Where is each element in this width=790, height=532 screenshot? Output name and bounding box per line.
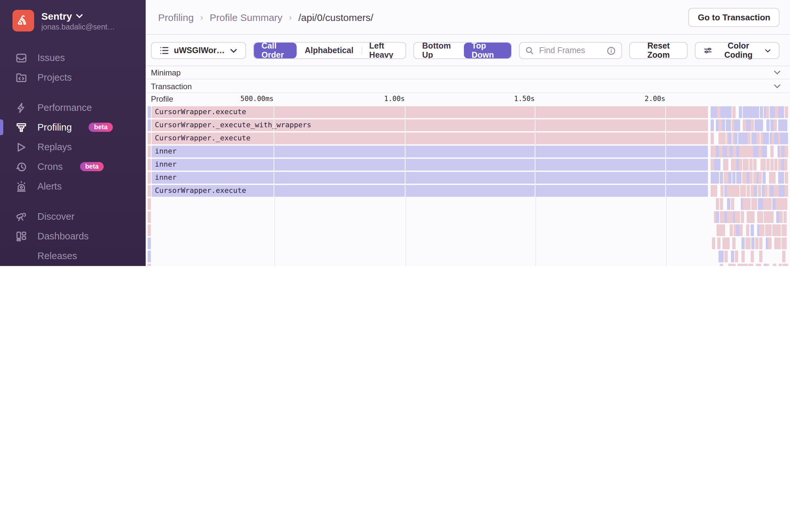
flame-frame-small[interactable] bbox=[718, 119, 722, 131]
sidebar-item-projects[interactable]: Projects bbox=[0, 68, 146, 87]
flame-frame-small[interactable] bbox=[148, 198, 151, 210]
flame-frame-small[interactable] bbox=[730, 146, 733, 157]
flame-frame-small[interactable] bbox=[148, 251, 151, 262]
flame-frame-small[interactable] bbox=[148, 185, 151, 197]
sidebar-item-alerts[interactable]: Alerts bbox=[0, 176, 146, 196]
flame-frame-small[interactable] bbox=[774, 238, 777, 249]
breadcrumb-profile-summary[interactable]: Profile Summary bbox=[210, 12, 282, 23]
flame-frame-small[interactable] bbox=[754, 198, 757, 210]
flame-frame-small[interactable] bbox=[722, 224, 725, 236]
flame-frame-small[interactable] bbox=[769, 172, 772, 184]
flame-frame-small[interactable] bbox=[777, 224, 781, 236]
sort-option-call-order[interactable]: Call Order bbox=[253, 43, 297, 58]
flame-frame-small[interactable] bbox=[720, 251, 724, 262]
flame-frame-small[interactable] bbox=[148, 159, 151, 171]
flame-frame-small[interactable] bbox=[784, 224, 787, 236]
flame-frame-small[interactable] bbox=[733, 146, 736, 157]
flame-frame-small[interactable] bbox=[148, 119, 151, 131]
flame-frame-small[interactable] bbox=[784, 119, 787, 131]
flame-frame-small[interactable] bbox=[777, 238, 781, 249]
flame-frame-small[interactable] bbox=[784, 211, 787, 223]
flame-frame-small[interactable] bbox=[765, 224, 768, 236]
flame-frame-small[interactable] bbox=[737, 119, 740, 131]
flame-frame-small[interactable] bbox=[725, 251, 728, 262]
org-header[interactable]: Sentry jonas.badalic@sent… bbox=[0, 0, 146, 32]
flame-frame-small[interactable] bbox=[774, 224, 777, 236]
flame-frame-small[interactable] bbox=[785, 264, 788, 266]
flame-frame-small[interactable] bbox=[758, 185, 761, 197]
flame-frame-small[interactable] bbox=[732, 172, 736, 184]
sort-option-alphabetical[interactable]: Alphabetical bbox=[297, 43, 361, 58]
flame-frame-small[interactable] bbox=[716, 211, 719, 223]
reset-zoom-button[interactable]: Reset Zoom bbox=[629, 42, 688, 59]
flame-frame-small[interactable] bbox=[746, 224, 749, 236]
flame-frame-small[interactable] bbox=[730, 224, 733, 236]
flame-frame-small[interactable] bbox=[764, 146, 767, 157]
flame-frame-small[interactable] bbox=[756, 133, 760, 144]
flame-frame-small[interactable] bbox=[741, 251, 745, 262]
thread-selector-dropdown[interactable]: uWSGIWor… bbox=[151, 42, 246, 59]
flame-frame-small[interactable] bbox=[768, 238, 772, 249]
flame-frame[interactable]: CursorWrapper._execute_with_wrappers bbox=[152, 119, 708, 131]
flame-frame-small[interactable] bbox=[755, 238, 758, 249]
flame-frame-small[interactable] bbox=[773, 264, 776, 266]
flame-frame-small[interactable] bbox=[735, 251, 738, 262]
flame-frame-small[interactable] bbox=[759, 238, 763, 249]
flame-frame-small[interactable] bbox=[784, 238, 787, 249]
flame-frame-small[interactable] bbox=[758, 172, 762, 184]
flame-frame-small[interactable] bbox=[776, 211, 779, 223]
flame-frame-small[interactable] bbox=[775, 106, 778, 118]
flamegraph-canvas[interactable]: CursorWrapper.executeCursorWrapper._exec… bbox=[146, 106, 790, 266]
flame-frame-small[interactable] bbox=[148, 211, 151, 223]
flame-frame-small[interactable] bbox=[751, 211, 755, 223]
flame-frame-small[interactable] bbox=[756, 106, 759, 118]
flame-frame-small[interactable] bbox=[766, 159, 770, 171]
flame-frame-small[interactable] bbox=[747, 198, 751, 210]
flame-frame-small[interactable] bbox=[722, 133, 726, 144]
flame-frame-small[interactable] bbox=[782, 185, 785, 197]
flame-frame-small[interactable] bbox=[766, 119, 770, 131]
flame-frame-small[interactable] bbox=[782, 146, 785, 157]
flame-frame-small[interactable] bbox=[728, 133, 732, 144]
flame-frame-small[interactable] bbox=[770, 146, 774, 157]
flame-frame-small[interactable] bbox=[753, 106, 756, 118]
flame-frame-small[interactable] bbox=[770, 119, 774, 131]
flame-frame-small[interactable] bbox=[716, 198, 719, 210]
flame-frame-small[interactable] bbox=[785, 133, 788, 144]
flame-frame-small[interactable] bbox=[779, 211, 783, 223]
flame-frame-small[interactable] bbox=[731, 251, 734, 262]
flame-frame-small[interactable] bbox=[781, 106, 784, 118]
flame-frame[interactable]: inner bbox=[152, 146, 708, 157]
flame-frame-small[interactable] bbox=[717, 159, 720, 171]
flame-frame-small[interactable] bbox=[779, 264, 782, 266]
flame-frame-small[interactable] bbox=[726, 238, 730, 249]
flame-frame-small[interactable] bbox=[720, 172, 723, 184]
flame-frame-small[interactable] bbox=[717, 106, 720, 118]
flame-frame-small[interactable] bbox=[711, 159, 714, 171]
flame-frame-small[interactable] bbox=[759, 251, 763, 262]
flame-frame-small[interactable] bbox=[714, 106, 717, 118]
flame-frame-small[interactable] bbox=[772, 172, 775, 184]
go-to-transaction-button[interactable]: Go to Transaction bbox=[689, 7, 779, 26]
flame-frame-small[interactable] bbox=[714, 185, 717, 197]
flame-frame-small[interactable] bbox=[741, 211, 744, 223]
flame-frame-small[interactable] bbox=[720, 264, 723, 266]
flame-frame-small[interactable] bbox=[725, 159, 728, 171]
flame-frame-small[interactable] bbox=[784, 159, 787, 171]
flame-frame-small[interactable] bbox=[743, 106, 746, 118]
flame-frame-small[interactable] bbox=[722, 106, 726, 118]
flame-frame-small[interactable] bbox=[148, 264, 151, 266]
flame-frame-small[interactable] bbox=[749, 172, 753, 184]
flame-frame-small[interactable] bbox=[732, 264, 736, 266]
flame-frame-small[interactable] bbox=[770, 185, 774, 197]
flame-frame-small[interactable] bbox=[714, 159, 717, 171]
flame-frame-small[interactable] bbox=[768, 198, 772, 210]
flame-frame-small[interactable] bbox=[764, 211, 767, 223]
flame-frame-small[interactable] bbox=[785, 172, 788, 184]
flame-frame-small[interactable] bbox=[766, 106, 769, 118]
flame-frame-small[interactable] bbox=[749, 106, 753, 118]
flame-frame-small[interactable] bbox=[770, 159, 774, 171]
flame-frame[interactable]: inner bbox=[152, 159, 708, 171]
sidebar-item-crons[interactable]: Cronsbeta bbox=[0, 157, 146, 176]
flame-frame-small[interactable] bbox=[778, 119, 782, 131]
